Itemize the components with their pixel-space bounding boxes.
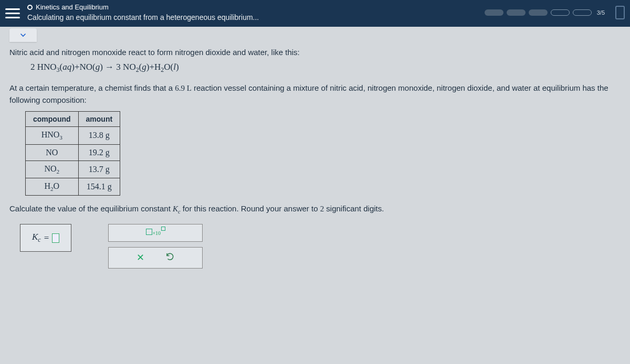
problem-content: Nitric acid and nitrogen monoxide react …	[0, 27, 630, 278]
progress-pill	[507, 9, 526, 16]
profile-icon[interactable]	[615, 6, 625, 19]
answer-slot[interactable]	[52, 233, 59, 243]
sci-notation-row: ×10	[108, 224, 203, 242]
col-header-amount: amount	[78, 112, 120, 127]
breadcrumb-topic: Kinetics and Equilibrium	[36, 3, 109, 11]
table-row: NO2 13.7 g	[26, 160, 120, 178]
col-header-compound: compound	[26, 112, 79, 127]
chevron-down-icon	[19, 31, 27, 39]
progress-counter: 3/5	[597, 9, 605, 16]
progress-pill	[529, 9, 548, 16]
progress-pill	[551, 9, 570, 16]
top-bar: Kinetics and Equilibrium Calculating an …	[0, 0, 630, 27]
table-row: H2O 154.1 g	[26, 178, 120, 195]
undo-button[interactable]	[165, 252, 175, 264]
topic-circle-icon	[27, 5, 33, 10]
table-row: NO 19.2 g	[26, 144, 120, 160]
clear-button[interactable]: ✕	[136, 252, 144, 263]
progress-pill	[573, 9, 592, 16]
collapse-toggle[interactable]	[9, 28, 37, 42]
prompt-text: Calculate the value of the equilibrium c…	[9, 204, 621, 215]
progress-pill	[485, 9, 503, 16]
undo-icon	[165, 252, 175, 261]
breadcrumb-subtopic: Calculating an equilibrium constant from…	[27, 13, 485, 22]
table-row: HNO3 13.8 g	[26, 127, 120, 144]
breadcrumb: Kinetics and Equilibrium Calculating an …	[27, 3, 485, 22]
progress-pills: 3/5	[485, 6, 625, 19]
setup-text: At a certain temperature, a chemist find…	[9, 82, 621, 106]
action-row: ✕	[108, 247, 203, 269]
sci-notation-button[interactable]: ×10	[146, 229, 165, 237]
answer-input-box[interactable]: Kc =	[20, 224, 71, 252]
reaction-equation: 2 HNO3(aq)+NO(g) → 3 NO2(g)+H2O(l)	[30, 62, 621, 74]
intro-text: Nitric acid and nitrogen monoxide react …	[9, 48, 621, 57]
vessel-volume: 6.9 L	[175, 84, 192, 92]
menu-icon[interactable]	[5, 6, 20, 21]
composition-table: compound amount HNO3 13.8 g NO 19.2 g NO…	[25, 111, 120, 196]
